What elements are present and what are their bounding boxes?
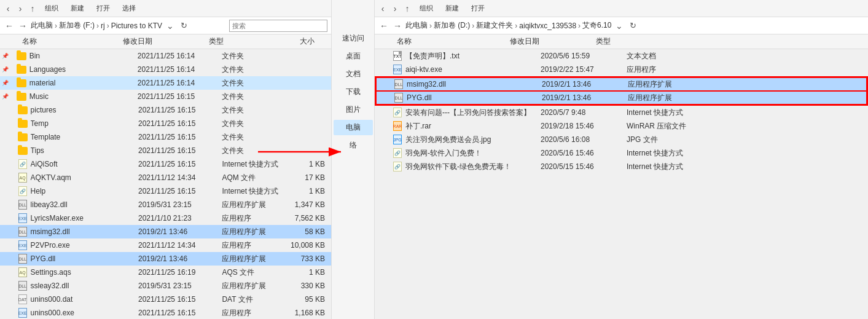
list-item[interactable]: EXEP2VPro.exe2021/11/12 14:34应用程序10,008 … [0,238,331,252]
right-addr-dropdown[interactable]: ⌄ [614,20,625,31]
quick-access-item[interactable]: 图片 [334,102,373,117]
list-item[interactable]: EXEaiqi-ktv.exe2019/2/22 15:47应用程序 [375,63,868,76]
quick-access-item[interactable]: 下载 [334,84,373,100]
pin-icon: 📌 [1,49,10,63]
file-name: Help [31,187,138,195]
file-size: 10,008 KB [282,241,330,250]
file-date: 2020/5/15 15:46 [541,162,627,171]
file-name: Languages [29,65,138,74]
list-item[interactable]: 📌Bin2021/11/25 16:14文件夹 [0,49,331,63]
file-date: 2019/2/1 13:46 [542,93,628,102]
right-up-btn[interactable]: ↑ [402,3,413,14]
right-back-btn[interactable]: ‹ [377,3,388,14]
file-type: DAT 文件 [222,294,281,305]
file-type: 文件夹 [222,146,281,156]
quick-access-item[interactable]: 电脑 [334,120,373,135]
file-name: LyricsMaker.exe [31,214,138,223]
list-item[interactable]: DLLPYG.dll2019/2/1 13:46应用程序扩展 [376,91,867,104]
left-addr-forward[interactable]: → [17,20,28,31]
list-item[interactable]: JPG关注羽免网免费送会员.jpg2020/5/6 16:08JPG 文件 [375,133,868,146]
file-type: 文件夹 [222,65,282,75]
list-item[interactable]: 📌Languages2021/11/25 16:14文件夹 [0,63,331,76]
left-select-btn[interactable]: 选择 [117,2,141,15]
list-item[interactable]: 🔗羽免网-软件入门免费！2020/5/16 15:46Internet 快捷方式 [375,146,868,160]
file-type: AQM 文件 [222,173,281,183]
left-new-btn[interactable]: 新建 [65,2,90,15]
file-date: 2020/5/7 9:48 [541,108,627,117]
quick-access-item[interactable]: 络 [334,138,373,153]
file-name: Music [29,92,138,101]
file-type: 文件夹 [222,119,281,129]
file-type: Internet 快捷方式 [627,162,713,172]
list-item[interactable]: 🔗安装有问题---【上羽免问答搜索答案】2020/5/7 9:48Interne… [375,106,868,119]
file-name: 补丁.rar [405,121,541,132]
file-date: 2021/11/12 14:34 [138,173,222,182]
file-type: 应用程序扩展 [222,281,281,291]
list-item[interactable]: DLLPYG.dll2019/2/1 13:46应用程序扩展733 KB [0,252,331,266]
left-col-name[interactable]: 名称 [0,36,123,47]
file-date: 2019/2/1 13:46 [542,80,628,89]
list-item[interactable]: Tips2021/11/25 16:15文件夹 [0,144,331,157]
right-addr-forward[interactable]: → [392,20,403,31]
list-item[interactable]: RAR补丁.rar2019/2/18 15:46WinRAR 压缩文件 [375,119,868,133]
list-item[interactable]: DLLmsimg32.dll2019/2/1 13:46应用程序扩展 [376,77,867,91]
list-item[interactable]: Temp2021/11/25 16:15文件夹 [0,117,331,130]
list-item[interactable]: EXEunins000.exe2021/11/25 16:15应用程序1,168… [0,306,331,319]
list-item[interactable]: pictures2021/11/25 16:15文件夹 [0,103,331,117]
list-item[interactable]: 📌Music2021/11/25 16:15文件夹 [0,90,331,103]
left-col-size: 大小 [270,36,319,47]
right-refresh-btn[interactable]: ↻ [630,21,636,30]
file-date: 2021/11/25 16:14 [138,65,222,74]
right-col-date[interactable]: 修改日期 [510,36,596,47]
file-name: libeay32.dll [31,200,138,209]
file-date: 2021/11/25 16:15 [138,119,222,128]
file-name: Settings.aqs [31,268,138,277]
file-date: 2021/11/25 16:15 [138,160,222,168]
list-item[interactable]: 📌material2021/11/25 16:14文件夹 [0,76,331,90]
list-item[interactable]: AQAQKTV.aqm2021/11/12 14:34AQM 文件17 KB [0,171,331,184]
list-item[interactable]: DLLssleay32.dll2019/5/31 23:15应用程序扩展330 … [0,279,331,293]
list-item[interactable]: Template2021/11/25 16:15文件夹 [0,130,331,144]
right-col-name[interactable]: 名称 [375,36,510,47]
right-new-btn[interactable]: 新建 [440,2,464,15]
file-name: AiQiSoft [31,160,138,168]
right-organize-btn[interactable]: 组织 [414,2,439,15]
left-open-btn[interactable]: 打开 [91,2,115,15]
file-size: 58 KB [282,227,330,236]
list-item[interactable]: EXELyricsMaker.exe2021/1/10 21:23应用程序7,5… [0,211,331,225]
left-back-btn[interactable]: ‹ [2,3,14,14]
file-name: 羽免网软件下载-绿色免费无毒！ [405,162,541,172]
file-type: Internet 快捷方式 [222,159,281,170]
left-addr-back[interactable]: ← [4,20,15,31]
left-up-btn[interactable]: ↑ [27,3,38,14]
file-size: 7,562 KB [282,214,330,223]
left-col-type: 类型 [209,36,270,47]
right-addr-back[interactable]: ← [378,20,389,31]
file-size: 1 KB [282,268,330,277]
list-item[interactable]: 🔗AiQiSoft2021/11/25 16:15Internet 快捷方式1 … [0,157,331,171]
list-item[interactable]: DLLmsimg32.dll2019/2/1 13:46应用程序扩展58 KB [0,225,331,238]
list-item[interactable]: DATunins000.dat2021/11/25 16:15DAT 文件95 … [0,293,331,306]
file-name: msimg32.dll [407,80,542,89]
left-refresh-btn[interactable]: ↻ [181,21,187,30]
file-date: 2019/2/1 13:46 [138,254,222,263]
list-item[interactable]: DLLlibeay32.dll2019/5/31 23:15应用程序扩展1,34… [0,198,331,211]
quick-access-item[interactable]: 速访问 [334,31,373,46]
pin-icon: 📌 [1,63,10,76]
left-col-date[interactable]: 修改日期 [123,36,209,47]
left-forward-btn[interactable]: › [15,3,26,14]
right-forward-btn[interactable]: › [389,3,401,14]
list-item[interactable]: 🔗Help2021/11/25 16:15Internet 快捷方式1 KB [0,184,331,198]
left-search-input[interactable] [229,20,327,32]
file-name: PYG.dll [31,254,138,263]
list-item[interactable]: 🔗羽免网软件下载-绿色免费无毒！2020/5/15 15:46Internet … [375,160,868,173]
file-date: 2021/11/25 16:14 [138,79,222,87]
right-open-btn[interactable]: 打开 [466,2,490,15]
list-item[interactable]: TXT【免责声明】.txt2020/5/6 15:59文本文档 [375,49,868,63]
left-addr-dropdown[interactable]: ⌄ [165,20,176,31]
left-organize-btn[interactable]: 组织 [39,2,64,15]
list-item[interactable]: AQSettings.aqs2021/11/25 16:19AQS 文件1 KB [0,266,331,279]
quick-access-item[interactable]: 桌面 [334,49,373,64]
right-col-type: 类型 [596,36,657,47]
quick-access-item[interactable]: 文档 [334,66,373,82]
